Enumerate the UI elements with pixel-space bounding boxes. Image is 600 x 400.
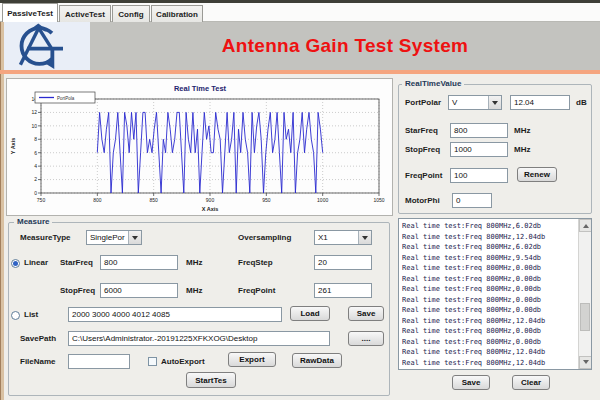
tab-calibration[interactable]: Calibration [151,5,203,22]
measuretype-label: MeasureType [20,233,71,242]
portpolar-select[interactable]: V [448,95,502,110]
starfreq-unit: MHz [186,258,202,267]
export-button[interactable]: Export [228,352,276,367]
freqstep-label: FreqStep [238,258,273,267]
stopfreq-unit: MHz [186,286,202,295]
freqpoint-label: FreqPoint [238,286,275,295]
realtime-chart: 0246810121475080085090095010001050Real T… [7,79,392,215]
svg-text:8: 8 [34,136,37,142]
filename-field[interactable] [68,354,130,369]
app-window: PassiveTest ActiveTest Config Calibratio… [0,0,600,400]
scroll-up-icon[interactable] [579,219,592,232]
realtimevalue-group-label: RealTimeValue [402,79,464,88]
svg-text:Y Axis: Y Axis [10,138,16,155]
svg-text:900: 900 [206,197,215,203]
stopfreq-label: StopFreq [60,286,95,295]
oversampling-value: X1 [318,233,328,242]
svg-text:1000: 1000 [317,197,328,203]
tab-label: PassiveTest [7,9,53,18]
rt-stopfreq-field[interactable]: 1000 [450,142,508,157]
app-logo [4,22,90,70]
freqstep-field[interactable]: 20 [314,255,372,270]
svg-text:800: 800 [93,197,102,203]
svg-text:12: 12 [31,109,37,115]
oversampling-select[interactable]: X1 [314,230,372,245]
autoexport-label: AutoExport [161,357,205,366]
svg-text:750: 750 [37,197,46,203]
portpolar-label: PortPolar [405,98,441,107]
svg-text:1050: 1050 [373,197,384,203]
tab-bar: PassiveTest ActiveTest Config Calibratio… [0,3,600,22]
agt-logo-icon [8,23,72,69]
tab-label: ActiveTest [65,10,105,19]
scroll-down-icon[interactable] [579,356,592,369]
rt-freqpoint-label: FreqPoint [405,171,442,180]
starfreq-label: StarFreq [60,258,93,267]
browse-button[interactable]: .... [348,331,384,346]
header-banner: Antenna Gain Test System [90,22,600,70]
tab-label: Config [118,10,143,19]
starfreq-field[interactable]: 800 [100,255,178,270]
filename-label: FileName [20,357,56,366]
tab-activetest[interactable]: ActiveTest [59,5,111,22]
svg-text:10: 10 [31,123,37,129]
gain-value-field[interactable]: 12.04 [510,95,570,110]
rt-starfreq-label: StarFreq [405,126,438,135]
chevron-down-icon[interactable] [488,96,501,109]
svg-text:4: 4 [34,163,37,169]
realtime-chart-panel: 0246810121475080085090095010001050Real T… [6,78,393,216]
svg-text:Real Time Test: Real Time Test [174,84,227,93]
scrollbar-thumb[interactable] [580,303,590,331]
svg-text:850: 850 [149,197,158,203]
freqpoint-field[interactable]: 261 [314,283,372,298]
svg-text:X Axis: X Axis [202,206,219,212]
rt-stopfreq-label: StopFreq [405,145,440,154]
savepath-label: SavePath [20,334,56,343]
svg-text:0: 0 [34,190,37,196]
list-label: List [24,310,38,319]
tab-passivetest[interactable]: PassiveTest [2,3,58,22]
list-field[interactable]: 2000 3000 4000 4012 4085 [68,307,282,322]
svg-text:2: 2 [34,176,37,182]
oversampling-label: Oversampling [238,233,291,242]
renew-button[interactable]: Renew [517,167,557,182]
svg-text:950: 950 [262,197,271,203]
portpolar-value: V [452,98,457,107]
measuretype-value: SinglePor [90,233,125,242]
rawdata-button[interactable]: RawData [292,353,342,368]
rt-starfreq-field[interactable]: 800 [450,123,508,138]
savepath-field[interactable]: C:\Users\Administrator.-20191225XFKXOG\D… [68,331,330,346]
motorphi-field[interactable]: 0 [452,193,492,208]
log-save-button[interactable]: Save [452,375,490,390]
log-scrollbar[interactable] [578,219,591,369]
chevron-down-icon[interactable] [128,231,141,244]
log-clear-button[interactable]: Clear [512,375,550,390]
load-button[interactable]: Load [290,306,330,321]
log-lines: Real time test:Freq 800MHz,6.02dbReal ti… [402,221,575,367]
list-save-button[interactable]: Save [348,306,384,321]
app-title: Antenna Gain Test System [222,35,469,57]
motorphi-label: MotorPhi [405,196,440,205]
window-left-edge [0,22,4,400]
gain-unit-label: dB [576,98,587,107]
measuretype-select[interactable]: SinglePor [86,230,142,245]
starttest-button[interactable]: StartTes [186,372,236,388]
tab-config[interactable]: Config [112,5,150,22]
svg-text:6: 6 [34,150,37,156]
list-radio[interactable] [11,311,20,320]
rt-stopfreq-unit: MHz [514,145,530,154]
measure-group-label: Measure [14,217,52,226]
rt-starfreq-unit: MHz [514,126,530,135]
autoexport-checkbox[interactable] [148,357,157,366]
log-output[interactable]: Real time test:Freq 800MHz,6.02dbReal ti… [398,218,592,370]
svg-text:PortPola: PortPola [57,96,75,101]
header-accent-line [0,70,600,74]
linear-radio[interactable] [11,259,20,268]
chevron-down-icon[interactable] [358,231,371,244]
stopfreq-field[interactable]: 6000 [100,283,178,298]
rt-freqpoint-field[interactable]: 100 [450,168,508,183]
tab-label: Calibration [156,10,198,19]
linear-label: Linear [24,258,48,267]
